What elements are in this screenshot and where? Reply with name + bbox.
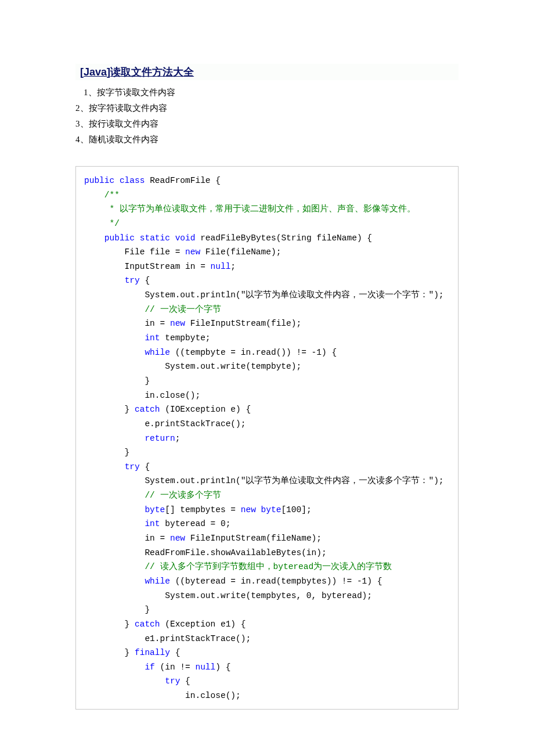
list-item: 4、随机读取文件内容 [75, 132, 459, 147]
document-title: [Java]读取文件方法大全 [75, 64, 459, 80]
title-lang: Java [84, 66, 107, 78]
list-item: 3、按行读取文件内容 [75, 116, 459, 132]
document-page: [Java]读取文件方法大全 1、按字节读取文件内容 2、按字符读取文件内容 3… [0, 0, 534, 733]
method-list: 1、按字节读取文件内容 2、按字符读取文件内容 3、按行读取文件内容 4、随机读… [75, 85, 459, 147]
code-pre: public class ReadFromFile { /** * 以字节为单位… [84, 174, 450, 703]
title-link[interactable]: [Java]读取文件方法大全 [80, 66, 194, 78]
list-item: 1、按字节读取文件内容 [75, 85, 459, 100]
title-cn: 读取文件方法大全 [110, 66, 194, 78]
code-block: public class ReadFromFile { /** * 以字节为单位… [75, 166, 459, 710]
list-item: 2、按字符读取文件内容 [75, 100, 459, 116]
